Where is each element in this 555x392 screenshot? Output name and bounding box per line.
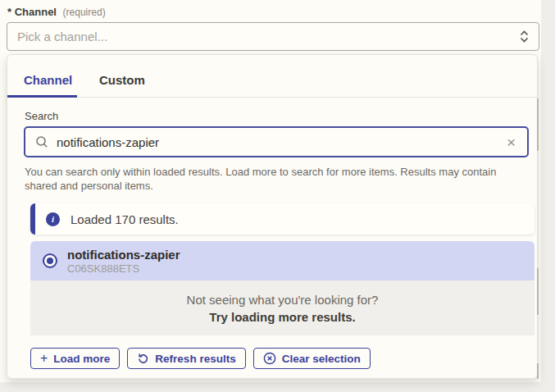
loaded-results-text: Loaded 170 results. — [71, 212, 179, 226]
load-more-label: Load more — [53, 353, 110, 365]
load-more-prompt-line2: Try loading more results. — [209, 310, 355, 324]
field-label-text: Channel — [15, 6, 57, 18]
result-title: notifications-zapier — [67, 248, 180, 262]
tab-channel[interactable]: Channel — [24, 73, 72, 87]
background-field-edge — [537, 98, 539, 151]
search-input[interactable]: notifications-zapier × — [24, 126, 529, 157]
required-tag: (required) — [63, 7, 106, 18]
circled-x-icon — [263, 352, 276, 365]
search-label: Search — [25, 110, 58, 122]
channel-select-placeholder: Pick a channel... — [17, 30, 520, 43]
tab-divider — [7, 97, 537, 98]
required-star: * — [7, 6, 11, 18]
info-icon: i — [46, 212, 60, 226]
search-input-value: notifications-zapier — [57, 135, 497, 149]
search-help-text: You can search only within loaded result… — [25, 165, 526, 193]
load-more-prompt: Not seeing what you're looking for? Try … — [30, 280, 535, 335]
plus-icon: + — [40, 352, 48, 365]
refresh-results-label: Refresh results — [155, 353, 235, 365]
loaded-results-alert: i Loaded 170 results. — [30, 203, 535, 235]
clear-search-icon[interactable]: × — [505, 134, 517, 150]
channel-dropdown-panel: Channel Custom Search notifications-zapi… — [7, 54, 538, 379]
load-more-button[interactable]: + Load more — [30, 348, 120, 369]
background-field-edge — [537, 363, 539, 379]
clear-selection-label: Clear selection — [282, 353, 361, 365]
refresh-icon — [137, 353, 149, 365]
clear-selection-button[interactable]: Clear selection — [253, 348, 371, 369]
background-field-edge — [537, 268, 539, 315]
tab-custom[interactable]: Custom — [99, 73, 145, 87]
search-icon — [35, 135, 48, 148]
result-subtitle: C06SK888ETS — [67, 262, 180, 275]
radio-selected-icon[interactable] — [43, 253, 57, 268]
channel-select[interactable]: Pick a channel... — [7, 22, 539, 51]
chevron-up-down-icon — [520, 30, 529, 43]
tab-bar: Channel Custom — [7, 55, 537, 98]
load-more-prompt-line1: Not seeing what you're looking for? — [187, 293, 379, 307]
dropdown-action-bar: + Load more Refresh results Clear select… — [30, 348, 371, 369]
result-row-notifications-zapier[interactable]: notifications-zapier C06SK888ETS — [30, 241, 535, 280]
refresh-results-button[interactable]: Refresh results — [127, 348, 245, 369]
active-tab-underline — [7, 95, 77, 98]
field-label: * Channel (required) — [7, 6, 106, 18]
